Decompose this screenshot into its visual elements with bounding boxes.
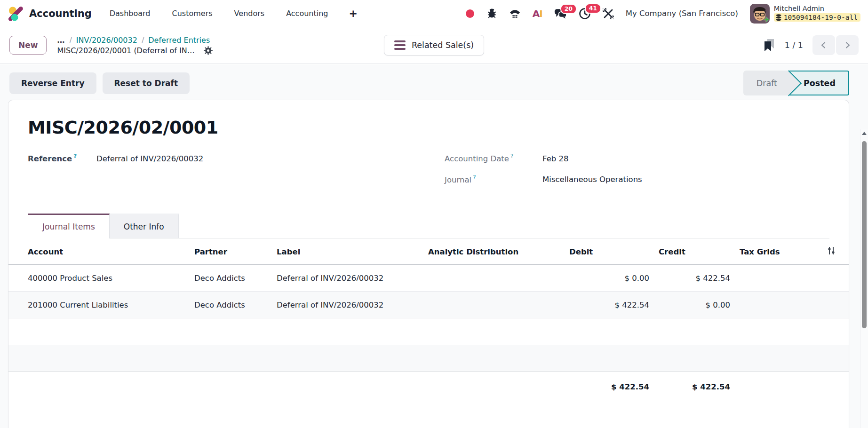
cell-analytic <box>423 265 565 292</box>
top-navbar: Accounting Dashboard Customers Vendors A… <box>0 0 868 27</box>
breadcrumb-link-deferred-entries[interactable]: Deferred Entries <box>148 36 210 45</box>
odoo-logo-icon[interactable] <box>8 6 24 22</box>
column-header-analytic[interactable]: Analytic Distribution <box>423 238 565 265</box>
vertical-scrollbar[interactable] <box>860 129 868 428</box>
column-header-debit[interactable]: Debit <box>565 238 654 265</box>
plus-menu-icon[interactable]: + <box>349 8 357 19</box>
travel-plane-icon: ✈ <box>764 16 770 24</box>
cell-label: Deferral of INV/2026/00032 <box>272 292 423 318</box>
total-debit: $ 422.54 <box>565 372 654 406</box>
phone-icon[interactable] <box>509 8 521 19</box>
menu-item-vendors[interactable]: Vendors <box>234 9 265 18</box>
record-title[interactable]: MISC/2026/02/0001 <box>28 117 829 138</box>
help-icon: ? <box>510 153 513 159</box>
tools-icon[interactable] <box>603 8 614 19</box>
table-header-row: Account Partner Label Analytic Distribut… <box>8 238 849 265</box>
cell-account: 400000 Product Sales <box>8 265 190 292</box>
journal-value[interactable]: Miscellaneous Operations <box>542 175 642 184</box>
cell-credit: $ 422.54 <box>654 265 735 292</box>
column-settings-icon <box>826 246 836 255</box>
journal-item-row[interactable]: 400000 Product Sales Deco Addicts Deferr… <box>8 265 849 292</box>
reverse-entry-button[interactable]: Reverse Entry <box>9 72 96 94</box>
activities-badge: 41 <box>585 3 601 14</box>
cell-partner: Deco Addicts <box>190 292 272 318</box>
database-name: 105094184-19-0-all <box>784 14 858 21</box>
cell-debit: $ 422.54 <box>565 292 654 318</box>
pager-next-button[interactable] <box>836 35 859 55</box>
user-menu[interactable]: ✈ Mitchell Admin 105094184-19-0-all <box>750 4 860 24</box>
gear-actions-icon[interactable] <box>204 46 213 55</box>
record-indicator-icon[interactable] <box>465 9 475 18</box>
journal-item-row[interactable]: 201000 Current Liabilities Deco Addicts … <box>8 292 849 318</box>
column-header-tax-grids[interactable]: Tax Grids <box>735 238 789 265</box>
new-button[interactable]: New <box>9 36 47 55</box>
app-name[interactable]: Accounting <box>29 8 92 19</box>
totals-row: $ 422.54 $ 422.54 <box>8 372 849 406</box>
main-menu: Dashboard Customers Vendors Accounting <box>110 9 328 18</box>
column-header-account[interactable]: Account <box>8 238 190 265</box>
column-header-partner[interactable]: Partner <box>190 238 272 265</box>
column-header-credit[interactable]: Credit <box>654 238 735 265</box>
field-journal: Journal? Miscellaneous Operations <box>445 174 829 184</box>
field-accounting-date: Accounting Date? Feb 28 <box>445 153 829 163</box>
menu-item-customers[interactable]: Customers <box>172 9 213 18</box>
tab-journal-items[interactable]: Journal Items <box>28 214 110 238</box>
empty-row <box>8 318 849 345</box>
form-view: Reverse Entry Reset to Draft Draft Poste… <box>0 64 868 428</box>
notebook-tabs: Journal Items Other Info <box>28 214 829 238</box>
chevron-right-icon <box>843 41 852 49</box>
user-name: Mitchell Admin <box>774 5 824 13</box>
cell-account: 201000 Current Liabilities <box>8 292 190 318</box>
form-sheet: MISC/2026/02/0001 Reference? Deferral of… <box>8 100 849 428</box>
menu-item-dashboard[interactable]: Dashboard <box>110 9 151 18</box>
messages-icon[interactable]: 20 <box>554 8 567 19</box>
scroll-up-arrow-icon[interactable] <box>862 132 867 135</box>
control-panel: New … / INV/2026/00032 / Deferred Entrie… <box>0 27 868 64</box>
related-sales-button[interactable]: Related Sale(s) <box>384 35 484 55</box>
bookmark-icon[interactable] <box>764 39 775 52</box>
empty-row <box>8 345 849 372</box>
database-icon <box>776 14 781 21</box>
scrollbar-thumb[interactable] <box>862 141 867 328</box>
breadcrumb: … / INV/2026/00032 / Deferred Entries MI… <box>57 36 212 55</box>
database-badge: 105094184-19-0-all <box>774 13 860 22</box>
messages-badge: 20 <box>560 4 577 14</box>
breadcrumb-ellipsis[interactable]: … <box>57 36 65 45</box>
reset-to-draft-button[interactable]: Reset to Draft <box>103 72 190 94</box>
status-posted[interactable]: Posted <box>788 71 849 95</box>
breadcrumb-current: MISC/2026/02/0001 (Deferral of IN… <box>57 46 194 55</box>
pager-previous-button[interactable] <box>812 35 835 55</box>
breadcrumb-link-invoice[interactable]: INV/2026/00032 <box>76 36 137 45</box>
chevron-left-icon <box>820 41 828 49</box>
field-reference: Reference? Deferral of INV/2026/00032 <box>28 153 445 163</box>
company-switcher[interactable]: My Company (San Francisco) <box>626 9 738 18</box>
reference-value[interactable]: Deferral of INV/2026/00032 <box>96 154 203 163</box>
cell-debit: $ 0.00 <box>565 265 654 292</box>
cell-credit: $ 0.00 <box>654 292 735 318</box>
odoo-accounting-app: Accounting Dashboard Customers Vendors A… <box>0 0 868 428</box>
cell-analytic <box>423 292 565 318</box>
bug-icon[interactable] <box>486 8 497 19</box>
user-avatar: ✈ <box>750 4 770 24</box>
cell-label: Deferral of INV/2026/00032 <box>272 265 423 292</box>
help-icon: ? <box>73 153 77 159</box>
cell-partner: Deco Addicts <box>190 265 272 292</box>
list-icon <box>394 40 406 50</box>
tab-other-info[interactable]: Other Info <box>110 214 179 238</box>
journal-items-table: Account Partner Label Analytic Distribut… <box>8 238 849 406</box>
optional-columns-button[interactable] <box>789 238 849 265</box>
ai-assistant-icon[interactable]: AI <box>533 8 542 19</box>
activities-clock-icon[interactable]: 41 <box>579 8 591 20</box>
column-header-label[interactable]: Label <box>272 238 423 265</box>
help-icon: ? <box>473 174 476 181</box>
menu-item-accounting[interactable]: Accounting <box>286 9 328 18</box>
pager-count: 1 / 1 <box>785 40 803 50</box>
status-bar: Draft Posted <box>743 71 849 95</box>
total-credit: $ 422.54 <box>654 372 735 406</box>
accounting-date-value[interactable]: Feb 28 <box>542 154 568 163</box>
